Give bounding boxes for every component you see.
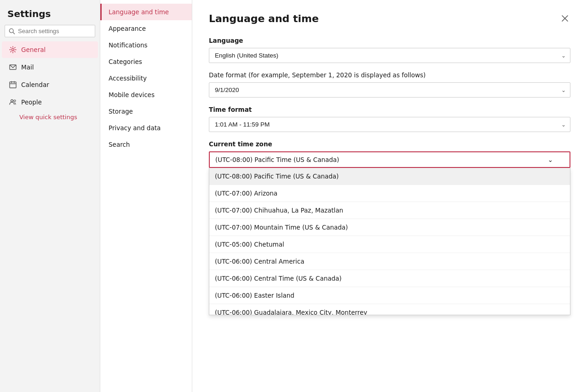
middle-item-accessibility[interactable]: Accessibility — [100, 70, 192, 86]
language-dropdown-wrapper: English (United States) English (United … — [209, 48, 570, 63]
main-content: Language and time Language English (Unit… — [192, 0, 587, 392]
language-label: Language — [209, 37, 570, 44]
middle-item-appearance[interactable]: Appearance — [100, 20, 192, 37]
main-header: Language and time — [209, 13, 570, 26]
search-input[interactable] — [18, 28, 91, 35]
sidebar-item-general-label: General — [21, 46, 46, 53]
svg-line-1 — [13, 32, 15, 34]
middle-item-storage[interactable]: Storage — [100, 103, 192, 120]
close-button[interactable] — [559, 13, 570, 26]
timezone-option-2[interactable]: (UTC-07:00) Chihuahua, La Paz, Mazatlan — [209, 202, 570, 219]
timezone-label: Current time zone — [209, 140, 570, 148]
search-box[interactable] — [5, 25, 95, 37]
search-icon — [9, 28, 15, 35]
middle-item-language-time[interactable]: Language and time — [100, 4, 192, 20]
timezone-option-4[interactable]: (UTC-05:00) Chetumal — [209, 236, 570, 253]
timezone-option-0[interactable]: (UTC-08:00) Pacific Time (US & Canada) — [209, 168, 570, 185]
sidebar-item-mail[interactable]: Mail — [2, 59, 98, 75]
svg-rect-4 — [10, 82, 16, 88]
timezone-dropdown-list[interactable]: (UTC-08:00) Pacific Time (US & Canada) (… — [209, 168, 570, 315]
timezone-chevron-icon: ⌄ — [548, 156, 553, 163]
timezone-trigger[interactable]: (UTC-08:00) Pacific Time (US & Canada) ⌄ — [209, 151, 570, 168]
timezone-selected-value: (UTC-08:00) Pacific Time (US & Canada) — [215, 156, 339, 163]
close-icon — [561, 15, 569, 22]
middle-item-search[interactable]: Search — [100, 136, 192, 153]
time-format-dropdown-wrapper: 1:01 AM - 11:59 PM 01:01 - 23:59 ⌄ — [209, 117, 570, 132]
middle-item-mobile-devices[interactable]: Mobile devices — [100, 86, 192, 103]
time-format-select[interactable]: 1:01 AM - 11:59 PM 01:01 - 23:59 — [209, 117, 570, 132]
timezone-option-5[interactable]: (UTC-06:00) Central America — [209, 253, 570, 270]
view-quick-settings-link[interactable]: View quick settings — [0, 111, 100, 123]
date-format-dropdown-wrapper: 9/1/2020 September 1, 2020 1 September 2… — [209, 82, 570, 98]
date-format-select[interactable]: 9/1/2020 September 1, 2020 1 September 2… — [209, 82, 570, 98]
svg-point-9 — [14, 100, 16, 102]
app-title: Settings — [0, 0, 100, 25]
timezone-option-3[interactable]: (UTC-07:00) Mountain Time (US & Canada) — [209, 219, 570, 236]
sidebar-item-general[interactable]: General — [2, 41, 98, 58]
timezone-option-1[interactable]: (UTC-07:00) Arizona — [209, 185, 570, 202]
middle-item-privacy-data[interactable]: Privacy and data — [100, 120, 192, 136]
page-title: Language and time — [209, 13, 319, 24]
people-icon — [9, 98, 17, 106]
sidebar: Settings General Mail Calendar — [0, 0, 100, 392]
mail-icon — [9, 63, 17, 71]
timezone-option-6[interactable]: (UTC-06:00) Central Time (US & Canada) — [209, 270, 570, 287]
date-format-label: Date format (for example, September 1, 2… — [209, 71, 570, 79]
gear-icon — [9, 46, 17, 53]
timezone-option-7[interactable]: (UTC-06:00) Easter Island — [209, 287, 570, 304]
sidebar-item-mail-label: Mail — [21, 63, 34, 71]
middle-item-categories[interactable]: Categories — [100, 53, 192, 70]
middle-panel: Language and time Appearance Notificatio… — [100, 0, 192, 392]
middle-item-notifications[interactable]: Notifications — [100, 37, 192, 53]
language-select[interactable]: English (United States) English (United … — [209, 48, 570, 63]
calendar-icon — [9, 81, 17, 88]
timezone-dropdown-container: (UTC-08:00) Pacific Time (US & Canada) ⌄… — [209, 151, 570, 168]
sidebar-item-calendar-label: Calendar — [21, 81, 49, 88]
timezone-option-8[interactable]: (UTC-06:00) Guadalajara, Mexico City, Mo… — [209, 304, 570, 315]
svg-point-2 — [12, 49, 14, 51]
sidebar-item-people[interactable]: People — [2, 94, 98, 110]
sidebar-item-people-label: People — [21, 98, 42, 106]
sidebar-item-calendar[interactable]: Calendar — [2, 76, 98, 93]
time-format-label: Time format — [209, 106, 570, 113]
svg-point-8 — [11, 100, 13, 102]
